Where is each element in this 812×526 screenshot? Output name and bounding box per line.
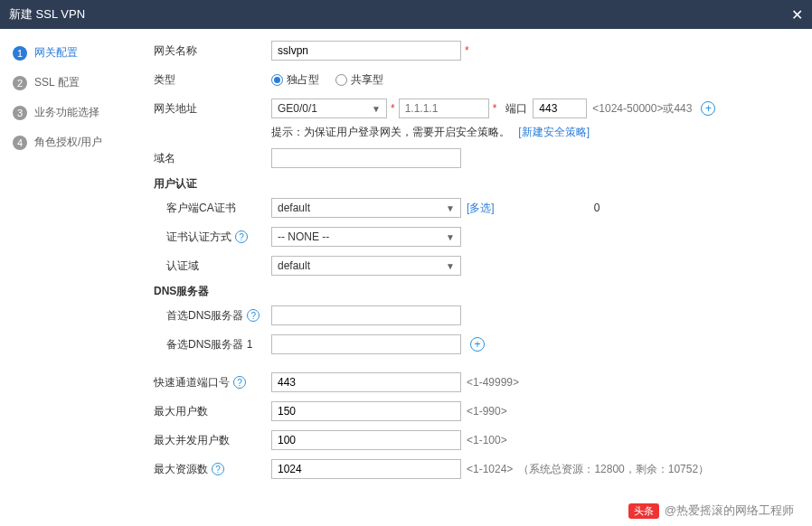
title-bar: 新建 SSL VPN ✕ [0,0,812,29]
label-dns-backup: 备选DNS服务器 1 [154,337,271,352]
step-label: 网关配置 [34,45,78,61]
label-type: 类型 [154,72,271,88]
required-mark: * [465,44,469,57]
watermark-text: @热爱摇滚的网络工程师 [665,503,794,519]
label-client-ca: 客户端CA证书 [154,201,271,216]
step-label: 角色授权/用户 [34,135,102,150]
dns-primary-input[interactable] [271,305,461,325]
dialog-title: 新建 SSL VPN [9,6,85,23]
interface-select[interactable]: GE0/0/1 ▼ [271,99,387,118]
max-concurrent-input[interactable] [271,430,461,450]
add-icon[interactable]: + [470,337,485,352]
help-icon[interactable]: ? [212,463,224,475]
label-gateway-addr: 网关地址 [154,101,271,117]
range-hint: <1-49999> [467,376,519,389]
label-max-concurrent: 最大并发用户数 [154,433,271,448]
ca-count: 0 [594,202,600,214]
new-security-policy-link[interactable]: [新建安全策略] [518,126,590,138]
range-hint: <1-100> [467,434,507,446]
range-hint: <1-990> [467,405,507,418]
step-role-user[interactable]: 4 角色授权/用户 [0,127,136,157]
label-max-users: 最大用户数 [154,404,271,419]
step-num-icon: 3 [13,106,27,120]
radio-icon [335,74,347,86]
required-mark: * [493,102,497,115]
radio-exclusive[interactable]: 独占型 [271,72,319,88]
help-icon[interactable]: ? [247,309,260,322]
rapid-port-input[interactable] [271,372,461,392]
label-cert-auth: 证书认证方式? [154,230,271,245]
chevron-down-icon: ▼ [446,203,455,213]
range-hint: <1-1024> [467,463,513,475]
chevron-down-icon: ▼ [372,104,381,114]
watermark-badge: 头条 [628,503,659,519]
auth-domain-select[interactable]: default ▼ [271,256,461,276]
ip-input[interactable] [399,99,489,118]
label-rapid-port: 快速通道端口号? [154,375,271,390]
resource-hint: （系统总资源：12800，剩余：10752） [518,462,709,477]
client-ca-select[interactable]: default ▼ [271,198,461,218]
section-user-auth: 用户认证 [154,176,794,192]
help-icon[interactable]: ? [233,376,246,389]
label-domain: 域名 [154,151,271,166]
section-dns: DNS服务器 [154,284,794,299]
chevron-down-icon: ▼ [446,261,455,271]
step-service-select[interactable]: 3 业务功能选择 [0,98,136,127]
max-resources-input[interactable] [271,459,461,479]
domain-input[interactable] [271,148,461,168]
dns-backup-input[interactable] [271,334,461,354]
label-dns-primary: 首选DNS服务器? [154,308,271,324]
label-gateway-name: 网关名称 [154,43,271,59]
multi-select-link[interactable]: [多选] [467,201,495,216]
step-num-icon: 1 [13,46,27,61]
step-gateway-config[interactable]: 1 网关配置 [0,38,136,68]
port-range-hint: <1024-50000>或443 [592,101,692,117]
type-radio-group: 独占型 共享型 [271,72,383,88]
step-label: SSL 配置 [34,75,80,90]
watermark: 头条 @热爱摇滚的网络工程师 [628,503,794,519]
cert-auth-select[interactable]: -- NONE -- ▼ [271,227,461,247]
port-input[interactable] [533,99,587,118]
max-users-input[interactable] [271,401,461,421]
add-icon[interactable]: + [701,101,715,116]
radio-icon [271,74,283,86]
step-num-icon: 4 [13,136,27,150]
label-port: 端口 [505,101,527,117]
chevron-down-icon: ▼ [446,232,455,242]
close-icon[interactable]: ✕ [791,6,803,23]
security-tip: 提示：为保证用户登录网关，需要开启安全策略。 [新建安全策略] [271,125,794,140]
step-num-icon: 2 [13,76,27,90]
label-max-resources: 最大资源数? [154,462,271,477]
step-sidebar: 1 网关配置 2 SSL 配置 3 业务功能选择 4 角色授权/用户 [0,29,136,526]
form-panel: 网关名称 * 类型 独占型 共享型 网关地址 GE0/0/1 ▼ [136,29,812,526]
required-mark: * [391,102,395,115]
gateway-name-input[interactable] [271,41,461,61]
dialog-body: 1 网关配置 2 SSL 配置 3 业务功能选择 4 角色授权/用户 网关名称 … [0,29,812,526]
step-ssl-config[interactable]: 2 SSL 配置 [0,68,136,98]
label-auth-domain: 认证域 [154,258,271,274]
radio-shared[interactable]: 共享型 [335,72,383,88]
help-icon[interactable]: ? [235,230,248,243]
step-label: 业务功能选择 [34,105,99,120]
